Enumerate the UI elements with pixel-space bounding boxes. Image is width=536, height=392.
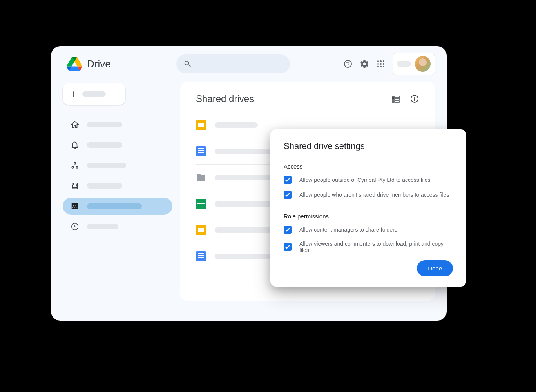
svg-point-4 xyxy=(380,63,382,65)
slides-icon xyxy=(196,120,206,130)
sidebar-item-shared-drives[interactable] xyxy=(63,198,172,215)
settings-icon[interactable] xyxy=(360,59,369,69)
checkbox-viewers-download[interactable] xyxy=(284,243,292,251)
new-label-placeholder xyxy=(82,91,106,97)
sheets-icon xyxy=(196,199,206,209)
svg-point-13 xyxy=(73,205,74,207)
nav-label-placeholder xyxy=(87,142,122,148)
svg-point-9 xyxy=(74,162,76,164)
nav-label-placeholder xyxy=(87,203,142,209)
svg-point-3 xyxy=(377,63,379,65)
sidebar-item-workspaces[interactable] xyxy=(63,157,172,174)
workspaces-icon xyxy=(71,161,79,170)
checkmark-icon xyxy=(285,245,290,249)
slides-icon xyxy=(196,225,206,235)
sidebar-item-recent[interactable] xyxy=(63,218,172,235)
file-name-placeholder xyxy=(215,175,277,180)
nav-label-placeholder xyxy=(87,224,118,229)
svg-point-14 xyxy=(75,205,76,207)
header-right xyxy=(343,53,435,75)
svg-point-10 xyxy=(72,166,74,168)
checkbox-label: Allow viewers and commenters to download… xyxy=(299,241,453,253)
avatar xyxy=(415,56,431,72)
plus-icon: + xyxy=(71,89,77,100)
checkbox-row-nonmember-access: Allow people who aren't shared drive mem… xyxy=(284,191,453,199)
svg-point-7 xyxy=(380,66,382,67)
dialog-footer: Done xyxy=(284,260,453,276)
svg-point-17 xyxy=(414,97,415,98)
header: Drive xyxy=(51,46,447,82)
svg-rect-12 xyxy=(72,203,78,209)
docs-icon xyxy=(196,251,206,261)
app-name: Drive xyxy=(87,58,111,70)
checkmark-icon xyxy=(285,228,290,232)
account-label-placeholder xyxy=(397,61,411,67)
apps-icon[interactable] xyxy=(376,59,386,69)
drive-app-window: Drive xyxy=(51,46,447,321)
checkmark-icon xyxy=(285,178,290,182)
logo-section: Drive xyxy=(67,57,176,71)
checkbox-label: Allow people who aren't shared drive mem… xyxy=(299,192,449,198)
checkbox-row-content-managers-share: Allow content managers to share folders xyxy=(284,226,453,234)
account-switcher[interactable] xyxy=(393,53,435,75)
shared-drives-icon xyxy=(71,202,79,211)
clock-icon xyxy=(71,222,79,231)
search-input[interactable] xyxy=(176,54,290,73)
checkbox-external-access[interactable] xyxy=(284,176,292,184)
help-icon[interactable] xyxy=(343,59,353,69)
section-label-role: Role permissions xyxy=(284,213,453,220)
folder-icon xyxy=(196,172,206,183)
list-view-icon[interactable] xyxy=(391,94,400,103)
checkbox-nonmember-access[interactable] xyxy=(284,191,292,199)
main-header-actions xyxy=(391,94,419,103)
search-icon xyxy=(183,60,192,68)
checkbox-label: Allow content managers to share folders xyxy=(299,227,397,233)
sidebar-item-mydrive[interactable] xyxy=(63,177,172,194)
checkbox-row-external-access: Allow people outside of Cymbal Pty Ltd t… xyxy=(284,176,453,184)
drive-logo-icon xyxy=(67,57,82,71)
svg-point-1 xyxy=(380,60,382,62)
checkbox-row-viewers-download: Allow viewers and commenters to download… xyxy=(284,241,453,253)
svg-point-11 xyxy=(76,166,78,168)
bell-icon xyxy=(71,141,79,149)
main-header: Shared drives xyxy=(196,93,419,104)
page-title: Shared drives xyxy=(196,93,254,104)
checkbox-label: Allow people outside of Cymbal Pty Ltd t… xyxy=(299,177,431,183)
home-icon xyxy=(71,120,79,129)
checkbox-content-managers-share[interactable] xyxy=(284,226,292,234)
nav-label-placeholder xyxy=(87,183,122,189)
svg-point-5 xyxy=(383,63,384,65)
info-icon[interactable] xyxy=(410,94,419,103)
docs-icon xyxy=(196,146,206,156)
svg-point-8 xyxy=(383,66,384,67)
sidebar-item-activity[interactable] xyxy=(63,136,172,154)
done-button[interactable]: Done xyxy=(417,260,453,276)
file-name-placeholder xyxy=(215,122,258,128)
mydrive-icon xyxy=(71,181,79,190)
new-button[interactable]: + xyxy=(63,83,125,105)
shared-drive-settings-dialog: Shared drive settings Access Allow peopl… xyxy=(270,129,466,287)
svg-point-6 xyxy=(377,66,379,67)
nav-label-placeholder xyxy=(87,163,126,168)
nav-label-placeholder xyxy=(87,122,122,127)
sidebar-item-home[interactable] xyxy=(63,116,172,133)
sidebar: + xyxy=(63,82,172,301)
svg-point-0 xyxy=(377,60,379,62)
dialog-title: Shared drive settings xyxy=(284,141,453,151)
svg-point-2 xyxy=(383,60,384,62)
checkmark-icon xyxy=(285,193,290,197)
section-label-access: Access xyxy=(284,163,453,170)
